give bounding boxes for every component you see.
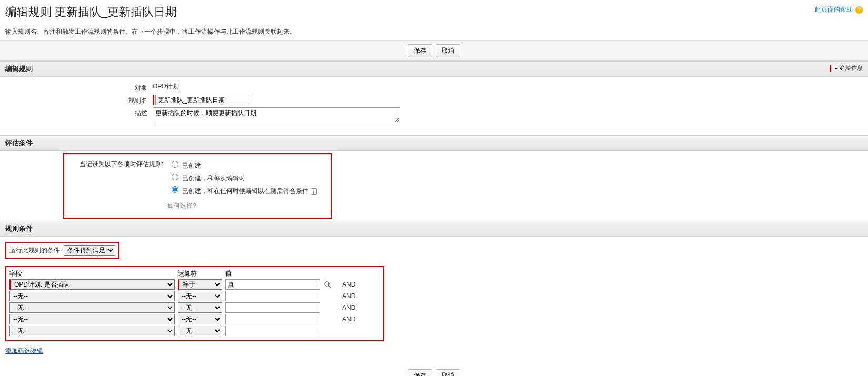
criteria-operator-select[interactable]: 等于 (178, 279, 222, 290)
criteria-highlight-box: 字段 运算符 值 OPD计划: 是否插队等于AND--无----无--AND--… (5, 266, 384, 341)
cancel-button-bottom[interactable]: 取消 (436, 369, 460, 376)
eval-option-0[interactable]: 已创建 (169, 159, 316, 170)
criteria-row: --无----无--AND (9, 314, 380, 324)
and-label: AND (342, 281, 363, 288)
label-rulename: 规则名 (5, 95, 153, 105)
section-header-criteria: 规则条件 (0, 221, 868, 237)
criteria-field-select[interactable]: --无-- (9, 326, 175, 336)
svg-point-0 (325, 282, 329, 286)
section-edit-label: 编辑规则 (5, 65, 33, 73)
eval-radio-0[interactable] (172, 161, 178, 168)
how-to-choose-link[interactable]: 如何选择? (167, 201, 320, 210)
run-if-label: 运行此规则的条件: (9, 247, 62, 254)
value-object: OPD计划 (153, 82, 863, 91)
help-link-text: 此页面的帮助 (815, 6, 853, 13)
criteria-row: OPD计划: 是否插队等于AND (9, 279, 380, 290)
col-header-field: 字段 (9, 269, 178, 278)
run-if-highlight-box: 运行此规则的条件: 条件得到满足 (5, 242, 119, 259)
criteria-value-input[interactable] (225, 291, 320, 301)
required-note-text: = 必填信息 (835, 65, 863, 71)
and-label: AND (342, 304, 363, 311)
criteria-operator-select[interactable]: --无-- (178, 314, 222, 324)
eval-highlight-box: 当记录为以下各项时评估规则: 已创建 已创建，和每次编辑时 已创建，和在任何时候… (63, 153, 332, 219)
criteria-row: --无----无-- (9, 326, 380, 336)
eval-radio-2[interactable] (172, 186, 178, 193)
rulename-input[interactable] (155, 95, 250, 105)
label-description: 描述 (5, 107, 153, 118)
edit-form: 对象 OPD计划 规则名 描述 更新插队的时候，顺便更新插队日期 (0, 77, 868, 135)
criteria-row: --无----无--AND (9, 302, 380, 313)
criteria-operator-select[interactable]: --无-- (178, 326, 222, 336)
criteria-field-select[interactable]: --无-- (9, 302, 175, 313)
criteria-value-input[interactable] (225, 326, 320, 336)
col-header-value: 值 (225, 269, 320, 278)
col-header-operator: 运算符 (178, 269, 225, 278)
top-button-bar: 保存 取消 (0, 40, 868, 61)
eval-when-label: 当记录为以下各项时评估规则: (75, 159, 163, 169)
criteria-field-select[interactable]: --无-- (9, 291, 175, 301)
info-icon[interactable]: i (311, 188, 317, 195)
add-filter-logic-link[interactable]: 添加筛选逻辑 (5, 347, 43, 354)
lookup-icon[interactable] (323, 280, 332, 289)
svg-line-1 (328, 286, 331, 288)
cancel-button[interactable]: 取消 (436, 44, 460, 57)
criteria-value-input[interactable] (225, 302, 320, 313)
criteria-row: --无----无--AND (9, 291, 380, 301)
criteria-value-input[interactable] (225, 314, 320, 324)
section-header-edit: 编辑规则 = 必填信息 (0, 61, 868, 77)
eval-options-group: 已创建 已创建，和每次编辑时 已创建，和在任何时候编辑以在随后符合条件i (169, 159, 316, 197)
required-bar-icon (830, 65, 831, 72)
and-label: AND (342, 292, 363, 300)
and-label: AND (342, 316, 363, 323)
criteria-value-input[interactable] (225, 279, 320, 290)
criteria-field-select[interactable]: --无-- (9, 314, 175, 324)
help-link[interactable]: 此页面的帮助 ? (815, 5, 863, 14)
help-icon: ? (855, 6, 863, 14)
save-button-bottom[interactable]: 保存 (408, 369, 432, 376)
criteria-operator-select[interactable]: --无-- (178, 302, 222, 313)
eval-radio-1[interactable] (172, 174, 178, 180)
criteria-operator-select[interactable]: --无-- (178, 291, 222, 301)
save-button[interactable]: 保存 (408, 44, 432, 57)
description-textarea[interactable]: 更新插队的时候，顺便更新插队日期 (153, 107, 400, 123)
eval-option-2[interactable]: 已创建，和在任何时候编辑以在随后符合条件i (169, 185, 316, 196)
required-note: = 必填信息 (830, 64, 863, 72)
eval-option-1[interactable]: 已创建，和每次编辑时 (169, 172, 316, 183)
bottom-button-bar: 保存 取消 (0, 364, 868, 376)
page-description: 输入规则名、备注和触发工作流规则的条件。在下一个步骤中，将工作流操作与此工作流规… (0, 27, 868, 40)
section-header-eval: 评估条件 (0, 135, 868, 151)
run-if-select[interactable]: 条件得到满足 (64, 245, 115, 256)
page-title: 编辑规则 更新插队_更新插队日期 (5, 4, 863, 20)
criteria-field-select[interactable]: OPD计划: 是否插队 (9, 279, 175, 290)
label-object: 对象 (5, 82, 153, 93)
